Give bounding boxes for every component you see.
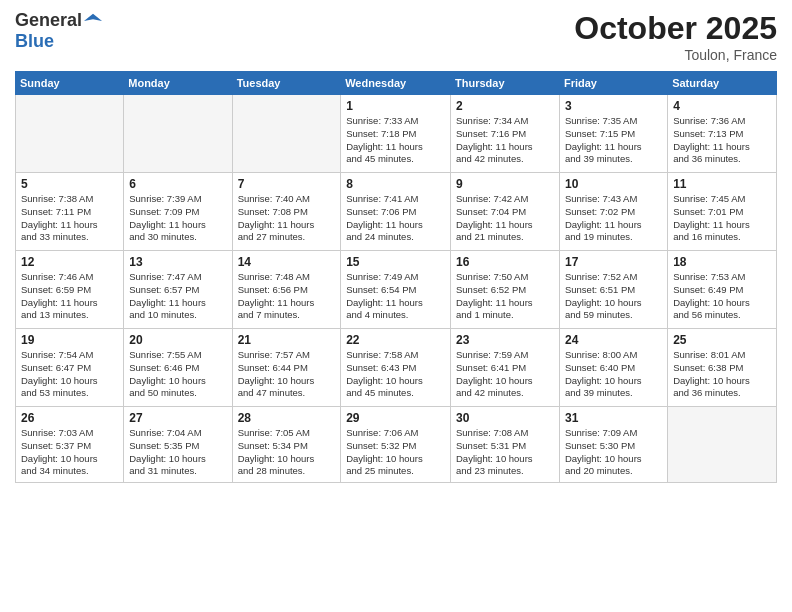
header-friday: Friday	[559, 72, 667, 95]
calendar-cell: 11Sunrise: 7:45 AMSunset: 7:01 PMDayligh…	[668, 173, 777, 251]
month-title: October 2025	[574, 10, 777, 47]
day-info: Sunrise: 7:59 AMSunset: 6:41 PMDaylight:…	[456, 349, 554, 400]
day-info: Sunrise: 7:08 AMSunset: 5:31 PMDaylight:…	[456, 427, 554, 478]
calendar-cell: 20Sunrise: 7:55 AMSunset: 6:46 PMDayligh…	[124, 329, 232, 407]
header-sunday: Sunday	[16, 72, 124, 95]
day-info: Sunrise: 7:04 AMSunset: 5:35 PMDaylight:…	[129, 427, 226, 478]
calendar-cell: 29Sunrise: 7:06 AMSunset: 5:32 PMDayligh…	[341, 407, 451, 483]
header-saturday: Saturday	[668, 72, 777, 95]
location: Toulon, France	[574, 47, 777, 63]
day-number: 22	[346, 333, 445, 347]
day-number: 14	[238, 255, 336, 269]
calendar-cell: 15Sunrise: 7:49 AMSunset: 6:54 PMDayligh…	[341, 251, 451, 329]
day-info: Sunrise: 7:03 AMSunset: 5:37 PMDaylight:…	[21, 427, 118, 478]
day-info: Sunrise: 7:41 AMSunset: 7:06 PMDaylight:…	[346, 193, 445, 244]
day-info: Sunrise: 7:52 AMSunset: 6:51 PMDaylight:…	[565, 271, 662, 322]
day-info: Sunrise: 7:06 AMSunset: 5:32 PMDaylight:…	[346, 427, 445, 478]
logo: General Blue	[15, 10, 102, 52]
logo-blue: Blue	[15, 31, 102, 52]
day-number: 15	[346, 255, 445, 269]
calendar-cell: 25Sunrise: 8:01 AMSunset: 6:38 PMDayligh…	[668, 329, 777, 407]
calendar-cell: 17Sunrise: 7:52 AMSunset: 6:51 PMDayligh…	[559, 251, 667, 329]
calendar-cell: 24Sunrise: 8:00 AMSunset: 6:40 PMDayligh…	[559, 329, 667, 407]
day-info: Sunrise: 7:55 AMSunset: 6:46 PMDaylight:…	[129, 349, 226, 400]
day-number: 13	[129, 255, 226, 269]
svg-marker-0	[84, 13, 102, 20]
day-info: Sunrise: 7:45 AMSunset: 7:01 PMDaylight:…	[673, 193, 771, 244]
calendar-cell: 23Sunrise: 7:59 AMSunset: 6:41 PMDayligh…	[451, 329, 560, 407]
day-number: 28	[238, 411, 336, 425]
day-info: Sunrise: 7:42 AMSunset: 7:04 PMDaylight:…	[456, 193, 554, 244]
calendar-cell: 27Sunrise: 7:04 AMSunset: 5:35 PMDayligh…	[124, 407, 232, 483]
header-wednesday: Wednesday	[341, 72, 451, 95]
title-block: October 2025 Toulon, France	[574, 10, 777, 63]
calendar-week-row: 1Sunrise: 7:33 AMSunset: 7:18 PMDaylight…	[16, 95, 777, 173]
day-number: 31	[565, 411, 662, 425]
calendar-cell: 2Sunrise: 7:34 AMSunset: 7:16 PMDaylight…	[451, 95, 560, 173]
day-info: Sunrise: 7:50 AMSunset: 6:52 PMDaylight:…	[456, 271, 554, 322]
day-number: 21	[238, 333, 336, 347]
day-number: 30	[456, 411, 554, 425]
day-number: 20	[129, 333, 226, 347]
day-info: Sunrise: 7:36 AMSunset: 7:13 PMDaylight:…	[673, 115, 771, 166]
day-number: 12	[21, 255, 118, 269]
logo-text: General Blue	[15, 10, 102, 52]
calendar-cell: 21Sunrise: 7:57 AMSunset: 6:44 PMDayligh…	[232, 329, 341, 407]
day-info: Sunrise: 7:38 AMSunset: 7:11 PMDaylight:…	[21, 193, 118, 244]
calendar-cell: 10Sunrise: 7:43 AMSunset: 7:02 PMDayligh…	[559, 173, 667, 251]
calendar-cell: 5Sunrise: 7:38 AMSunset: 7:11 PMDaylight…	[16, 173, 124, 251]
day-info: Sunrise: 7:34 AMSunset: 7:16 PMDaylight:…	[456, 115, 554, 166]
calendar-cell: 28Sunrise: 7:05 AMSunset: 5:34 PMDayligh…	[232, 407, 341, 483]
day-info: Sunrise: 7:09 AMSunset: 5:30 PMDaylight:…	[565, 427, 662, 478]
day-number: 19	[21, 333, 118, 347]
calendar-cell: 9Sunrise: 7:42 AMSunset: 7:04 PMDaylight…	[451, 173, 560, 251]
calendar-cell: 16Sunrise: 7:50 AMSunset: 6:52 PMDayligh…	[451, 251, 560, 329]
day-info: Sunrise: 7:54 AMSunset: 6:47 PMDaylight:…	[21, 349, 118, 400]
calendar: Sunday Monday Tuesday Wednesday Thursday…	[15, 71, 777, 483]
day-info: Sunrise: 7:48 AMSunset: 6:56 PMDaylight:…	[238, 271, 336, 322]
day-info: Sunrise: 7:53 AMSunset: 6:49 PMDaylight:…	[673, 271, 771, 322]
header-tuesday: Tuesday	[232, 72, 341, 95]
day-info: Sunrise: 7:49 AMSunset: 6:54 PMDaylight:…	[346, 271, 445, 322]
calendar-cell: 19Sunrise: 7:54 AMSunset: 6:47 PMDayligh…	[16, 329, 124, 407]
day-info: Sunrise: 7:57 AMSunset: 6:44 PMDaylight:…	[238, 349, 336, 400]
calendar-cell: 3Sunrise: 7:35 AMSunset: 7:15 PMDaylight…	[559, 95, 667, 173]
day-number: 16	[456, 255, 554, 269]
calendar-cell: 12Sunrise: 7:46 AMSunset: 6:59 PMDayligh…	[16, 251, 124, 329]
weekday-header-row: Sunday Monday Tuesday Wednesday Thursday…	[16, 72, 777, 95]
header-monday: Monday	[124, 72, 232, 95]
day-number: 1	[346, 99, 445, 113]
calendar-week-row: 12Sunrise: 7:46 AMSunset: 6:59 PMDayligh…	[16, 251, 777, 329]
day-number: 24	[565, 333, 662, 347]
calendar-week-row: 5Sunrise: 7:38 AMSunset: 7:11 PMDaylight…	[16, 173, 777, 251]
day-number: 4	[673, 99, 771, 113]
calendar-cell	[124, 95, 232, 173]
day-info: Sunrise: 8:00 AMSunset: 6:40 PMDaylight:…	[565, 349, 662, 400]
day-number: 7	[238, 177, 336, 191]
day-number: 10	[565, 177, 662, 191]
day-info: Sunrise: 7:47 AMSunset: 6:57 PMDaylight:…	[129, 271, 226, 322]
logo-general: General	[15, 10, 82, 31]
day-info: Sunrise: 7:35 AMSunset: 7:15 PMDaylight:…	[565, 115, 662, 166]
day-number: 6	[129, 177, 226, 191]
calendar-cell	[232, 95, 341, 173]
day-info: Sunrise: 7:33 AMSunset: 7:18 PMDaylight:…	[346, 115, 445, 166]
day-number: 2	[456, 99, 554, 113]
day-number: 11	[673, 177, 771, 191]
day-number: 3	[565, 99, 662, 113]
day-info: Sunrise: 7:39 AMSunset: 7:09 PMDaylight:…	[129, 193, 226, 244]
day-number: 25	[673, 333, 771, 347]
page: General Blue October 2025 Toulon, France…	[0, 0, 792, 612]
day-number: 17	[565, 255, 662, 269]
day-info: Sunrise: 7:46 AMSunset: 6:59 PMDaylight:…	[21, 271, 118, 322]
calendar-cell: 7Sunrise: 7:40 AMSunset: 7:08 PMDaylight…	[232, 173, 341, 251]
day-number: 5	[21, 177, 118, 191]
day-info: Sunrise: 7:40 AMSunset: 7:08 PMDaylight:…	[238, 193, 336, 244]
calendar-cell: 14Sunrise: 7:48 AMSunset: 6:56 PMDayligh…	[232, 251, 341, 329]
day-number: 23	[456, 333, 554, 347]
calendar-week-row: 26Sunrise: 7:03 AMSunset: 5:37 PMDayligh…	[16, 407, 777, 483]
day-number: 9	[456, 177, 554, 191]
day-info: Sunrise: 7:43 AMSunset: 7:02 PMDaylight:…	[565, 193, 662, 244]
day-number: 26	[21, 411, 118, 425]
calendar-cell: 26Sunrise: 7:03 AMSunset: 5:37 PMDayligh…	[16, 407, 124, 483]
